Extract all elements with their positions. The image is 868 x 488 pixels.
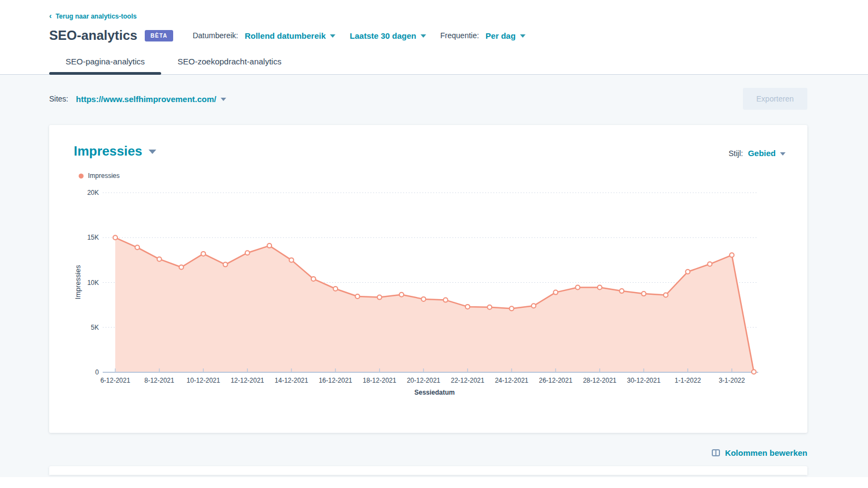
svg-text:15K: 15K — [87, 234, 99, 241]
beta-badge: BÈTA — [145, 30, 173, 41]
svg-text:20-12-2021: 20-12-2021 — [407, 377, 441, 384]
legend-dot — [79, 174, 84, 178]
svg-text:30-12-2021: 30-12-2021 — [627, 377, 661, 384]
svg-text:14-12-2021: 14-12-2021 — [275, 377, 309, 384]
caret-down-icon — [780, 152, 786, 156]
caret-down-icon — [520, 34, 525, 38]
caret-down-icon — [149, 150, 156, 154]
svg-text:22-12-2021: 22-12-2021 — [451, 377, 485, 384]
metric-selector-dropdown[interactable]: Impressies — [74, 144, 156, 159]
svg-text:6-12-2021: 6-12-2021 — [101, 377, 131, 384]
svg-text:Sessiedatum: Sessiedatum — [414, 389, 454, 396]
svg-text:20K: 20K — [87, 189, 99, 197]
frequency-label: Frequentie: — [440, 31, 479, 40]
sites-label: Sites: — [49, 94, 68, 103]
chevron-left-icon: ‹ — [49, 12, 52, 20]
impressions-area-chart[interactable]: 05K10K15K20K6-12-20218-12-202110-12-2021… — [74, 186, 767, 400]
style-dropdown[interactable]: Gebied — [748, 148, 786, 158]
svg-text:3-1-2022: 3-1-2022 — [719, 377, 745, 384]
date-range-type-dropdown[interactable]: Rollend datumbereik — [245, 31, 335, 40]
page-header: ‹ Terug naar analytics-tools SEO-analyti… — [0, 0, 868, 43]
svg-text:12-12-2021: 12-12-2021 — [231, 377, 264, 384]
tab-bar: SEO-pagina-analytics SEO-zoekopdracht-an… — [0, 57, 868, 75]
edit-columns-link[interactable]: Kolommen bewerken — [712, 448, 807, 457]
frequency-dropdown[interactable]: Per dag — [486, 31, 525, 40]
caret-down-icon — [221, 98, 226, 101]
svg-text:28-12-2021: 28-12-2021 — [583, 377, 617, 384]
back-to-analytics-tools-link[interactable]: ‹ Terug naar analytics-tools — [49, 13, 137, 20]
export-button[interactable]: Exporteren — [743, 88, 807, 110]
date-range-value-dropdown[interactable]: Laatste 30 dagen — [350, 31, 426, 40]
back-link-label: Terug naar analytics-tools — [56, 13, 137, 20]
table-columns-icon — [712, 449, 720, 456]
style-label: Stijl: — [729, 149, 743, 158]
date-range-label: Datumbereik: — [193, 31, 238, 40]
svg-text:10K: 10K — [87, 279, 99, 287]
tab-seo-pagina-analytics[interactable]: SEO-pagina-analytics — [49, 57, 161, 74]
svg-text:16-12-2021: 16-12-2021 — [318, 377, 352, 384]
main-content: Sites: https://www.selfhimprovement.com/… — [0, 75, 868, 477]
chart-legend[interactable]: Impressies — [79, 172, 786, 180]
site-url-dropdown[interactable]: https://www.selfhimprovement.com/ — [76, 94, 226, 104]
svg-text:5K: 5K — [91, 324, 99, 331]
svg-text:18-12-2021: 18-12-2021 — [363, 377, 397, 384]
next-card-top-edge — [49, 466, 807, 475]
tab-seo-zoekopdracht-analytics[interactable]: SEO-zoekopdracht-analytics — [161, 57, 298, 74]
caret-down-icon — [421, 34, 426, 38]
caret-down-icon — [330, 34, 335, 38]
impressions-chart-card: Impressies Stijl: Gebied Impressies 05K1… — [49, 125, 807, 433]
svg-text:24-12-2021: 24-12-2021 — [495, 377, 529, 384]
svg-text:0: 0 — [95, 368, 99, 376]
svg-text:10-12-2021: 10-12-2021 — [187, 377, 221, 384]
legend-label: Impressies — [88, 172, 120, 180]
page-title: SEO-analytics — [49, 28, 137, 43]
svg-text:1-1-2022: 1-1-2022 — [675, 377, 701, 384]
svg-text:26-12-2021: 26-12-2021 — [539, 377, 573, 384]
svg-text:8-12-2021: 8-12-2021 — [144, 377, 174, 384]
svg-text:Impressies: Impressies — [74, 265, 82, 299]
